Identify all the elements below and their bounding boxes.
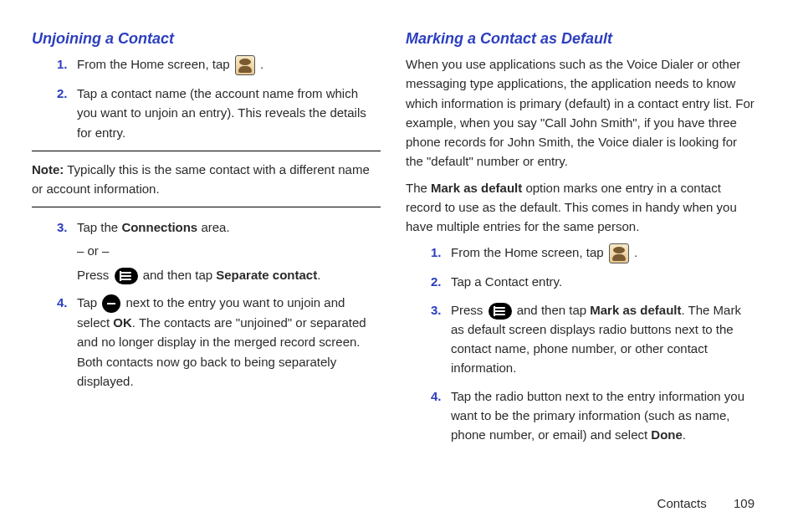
bold-text: Connections [121, 220, 197, 234]
step-item: Tap the Connections area. – or – Press a… [77, 217, 381, 284]
document-page: Unjoining a Contact From the Home screen… [0, 0, 798, 532]
menu-icon [489, 303, 512, 320]
step-text: Press [451, 303, 487, 317]
step-item: Press and then tap Mark as default. The … [451, 300, 755, 378]
step-text: Press [77, 268, 113, 282]
step-item: Tap the radio button next to the entry i… [451, 386, 755, 445]
steps-list-a: From the Home screen, tap . Tap a contac… [32, 54, 381, 142]
step-text: . [317, 268, 320, 282]
paragraph: When you use applications such as the Vo… [406, 54, 755, 171]
step-item: Tap a contact name (the account name fro… [77, 84, 381, 142]
footer-page-number: 109 [734, 496, 755, 510]
left-column: Unjoining a Contact From the Home screen… [32, 30, 381, 453]
step-text: Tap the radio button next to the entry i… [451, 389, 744, 442]
contacts-icon [609, 243, 629, 263]
step-text: Tap a contact name (the account name fro… [77, 86, 366, 140]
step-text: . [631, 245, 637, 259]
bold-text: Mark as default [590, 303, 681, 317]
bold-text: OK [113, 315, 132, 330]
section-heading-marking: Marking a Contact as Default [406, 30, 755, 48]
bold-text: Separate contact [216, 268, 317, 282]
step-text: . [260, 57, 263, 71]
note-label: Note: [32, 162, 64, 176]
steps-list-b: Tap the Connections area. – or – Press a… [32, 217, 381, 391]
paragraph: The Mark as default option marks one ent… [406, 178, 755, 237]
bold-text: Mark as default [431, 181, 522, 195]
note-block: Note: Typically this is the same contact… [32, 151, 381, 208]
right-column: Marking a Contact as Default When you us… [406, 30, 755, 453]
remove-icon [102, 294, 120, 313]
step-text: From the Home screen, tap [77, 57, 233, 71]
bold-text: Done [651, 427, 683, 442]
step-text: From the Home screen, tap [451, 245, 607, 259]
para-text: The [406, 181, 431, 195]
step-text: Tap a Contact entry. [451, 274, 562, 289]
or-separator: – or – [77, 241, 381, 260]
step-item: From the Home screen, tap . [77, 54, 381, 75]
step-text: area. [197, 220, 229, 234]
two-column-layout: Unjoining a Contact From the Home screen… [32, 30, 755, 453]
step-item: From the Home screen, tap . [451, 243, 755, 263]
footer-section: Contacts [657, 496, 707, 510]
step-item: Tap next to the entry you want to unjoin… [77, 293, 381, 391]
steps-list: From the Home screen, tap . Tap a Contac… [406, 243, 755, 444]
step-text: . [683, 427, 686, 442]
step-text: Tap the [77, 220, 121, 234]
menu-icon [115, 268, 138, 284]
note-text: Typically this is the same contact with … [32, 162, 370, 196]
section-heading-unjoining: Unjoining a Contact [32, 30, 381, 48]
page-footer: Contacts 109 [657, 496, 755, 510]
step-text: and then tap [140, 268, 217, 282]
step-text: and then tap [514, 303, 591, 317]
contacts-icon [235, 55, 255, 75]
step-text: Tap [77, 295, 100, 309]
step-item: Tap a Contact entry. [451, 272, 755, 291]
